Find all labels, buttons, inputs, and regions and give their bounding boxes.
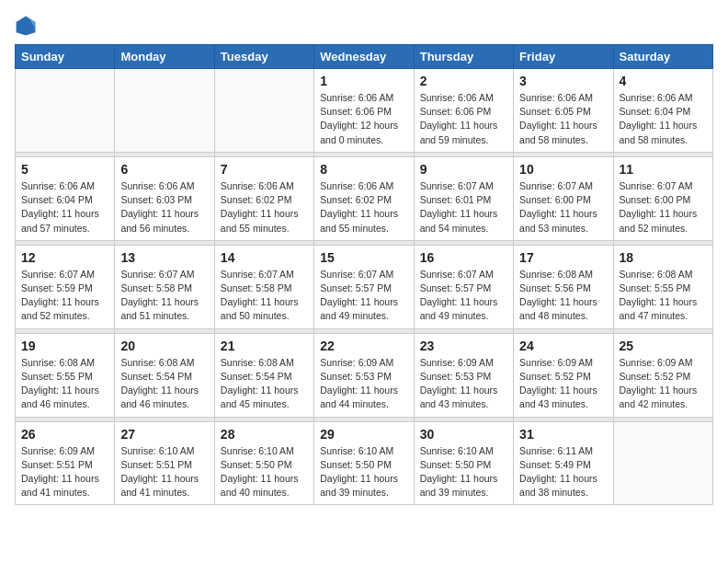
day-number: 22 (320, 339, 407, 353)
day-info: Sunrise: 6:08 AMSunset: 5:54 PMDaylight:… (120, 356, 208, 412)
weekday-header-row: SundayMondayTuesdayWednesdayThursdayFrid… (16, 45, 713, 69)
calendar-cell: 26Sunrise: 6:09 AMSunset: 5:51 PMDayligh… (16, 421, 115, 505)
calendar-cell: 3Sunrise: 6:06 AMSunset: 6:05 PMDaylight… (514, 69, 613, 153)
day-number: 5 (21, 162, 108, 177)
day-info: Sunrise: 6:07 AMSunset: 6:01 PMDaylight:… (420, 179, 507, 236)
day-info: Sunrise: 6:09 AMSunset: 5:53 PMDaylight:… (320, 356, 407, 412)
calendar-cell: 17Sunrise: 6:08 AMSunset: 5:56 PMDayligh… (514, 245, 613, 328)
calendar-cell: 29Sunrise: 6:10 AMSunset: 5:50 PMDayligh… (314, 421, 414, 505)
calendar-cell: 2Sunrise: 6:06 AMSunset: 6:06 PMDaylight… (414, 69, 513, 153)
calendar-cell: 23Sunrise: 6:09 AMSunset: 5:53 PMDayligh… (414, 333, 513, 417)
calendar-cell: 16Sunrise: 6:07 AMSunset: 5:57 PMDayligh… (414, 245, 513, 328)
day-info: Sunrise: 6:06 AMSunset: 6:06 PMDaylight:… (420, 91, 507, 147)
calendar-cell: 12Sunrise: 6:07 AMSunset: 5:59 PMDayligh… (16, 245, 115, 328)
calendar-cell: 27Sunrise: 6:10 AMSunset: 5:51 PMDayligh… (115, 421, 214, 505)
calendar-cell (613, 421, 712, 505)
day-info: Sunrise: 6:07 AMSunset: 5:59 PMDaylight:… (21, 268, 108, 324)
day-info: Sunrise: 6:08 AMSunset: 5:55 PMDaylight:… (620, 268, 707, 324)
day-number: 27 (120, 427, 208, 442)
day-info: Sunrise: 6:08 AMSunset: 5:56 PMDaylight:… (519, 268, 607, 324)
day-number: 31 (519, 427, 607, 442)
calendar-cell: 14Sunrise: 6:07 AMSunset: 5:58 PMDayligh… (214, 245, 313, 328)
day-number: 10 (519, 162, 607, 177)
calendar-cell: 11Sunrise: 6:07 AMSunset: 6:00 PMDayligh… (613, 156, 712, 240)
day-number: 29 (320, 427, 407, 442)
day-info: Sunrise: 6:07 AMSunset: 5:58 PMDaylight:… (221, 268, 308, 324)
day-number: 19 (21, 339, 108, 353)
calendar-cell: 24Sunrise: 6:09 AMSunset: 5:52 PMDayligh… (514, 333, 613, 417)
calendar-cell: 18Sunrise: 6:08 AMSunset: 5:55 PMDayligh… (613, 245, 712, 328)
weekday-header: Sunday (16, 45, 115, 69)
day-info: Sunrise: 6:08 AMSunset: 5:55 PMDaylight:… (21, 356, 108, 412)
calendar-cell: 19Sunrise: 6:08 AMSunset: 5:55 PMDayligh… (16, 333, 115, 417)
day-number: 18 (620, 250, 707, 265)
day-info: Sunrise: 6:08 AMSunset: 5:54 PMDaylight:… (221, 356, 308, 412)
day-number: 3 (519, 74, 607, 88)
day-info: Sunrise: 6:07 AMSunset: 6:00 PMDaylight:… (620, 179, 707, 236)
calendar-cell: 7Sunrise: 6:06 AMSunset: 6:02 PMDaylight… (214, 156, 313, 240)
day-info: Sunrise: 6:09 AMSunset: 5:51 PMDaylight:… (21, 444, 108, 500)
day-info: Sunrise: 6:10 AMSunset: 5:51 PMDaylight:… (120, 444, 208, 500)
day-number: 25 (620, 339, 707, 353)
calendar-cell: 20Sunrise: 6:08 AMSunset: 5:54 PMDayligh… (115, 333, 214, 417)
day-info: Sunrise: 6:09 AMSunset: 5:52 PMDaylight:… (519, 356, 607, 412)
svg-marker-0 (17, 17, 36, 36)
logo-icon (15, 15, 37, 37)
day-number: 8 (320, 162, 407, 177)
day-info: Sunrise: 6:10 AMSunset: 5:50 PMDaylight:… (420, 444, 507, 500)
day-info: Sunrise: 6:10 AMSunset: 5:50 PMDaylight:… (221, 444, 308, 500)
calendar-cell: 1Sunrise: 6:06 AMSunset: 6:06 PMDaylight… (314, 69, 414, 153)
calendar-week-row: 26Sunrise: 6:09 AMSunset: 5:51 PMDayligh… (16, 421, 713, 505)
day-number: 12 (21, 250, 108, 265)
calendar-table: SundayMondayTuesdayWednesdayThursdayFrid… (15, 44, 713, 505)
day-info: Sunrise: 6:06 AMSunset: 6:06 PMDaylight:… (320, 91, 407, 147)
calendar-cell: 28Sunrise: 6:10 AMSunset: 5:50 PMDayligh… (214, 421, 313, 505)
day-info: Sunrise: 6:06 AMSunset: 6:04 PMDaylight:… (21, 179, 108, 236)
calendar-week-row: 1Sunrise: 6:06 AMSunset: 6:06 PMDaylight… (16, 69, 713, 153)
day-number: 13 (120, 250, 208, 265)
day-number: 11 (620, 162, 707, 177)
day-number: 24 (519, 339, 607, 353)
day-number: 21 (221, 339, 308, 353)
day-number: 16 (420, 250, 507, 265)
calendar-week-row: 5Sunrise: 6:06 AMSunset: 6:04 PMDaylight… (16, 156, 713, 240)
calendar-cell: 10Sunrise: 6:07 AMSunset: 6:00 PMDayligh… (514, 156, 613, 240)
day-info: Sunrise: 6:06 AMSunset: 6:04 PMDaylight:… (620, 91, 707, 147)
weekday-header: Thursday (414, 45, 513, 69)
day-number: 30 (420, 427, 507, 442)
calendar-cell: 5Sunrise: 6:06 AMSunset: 6:04 PMDaylight… (16, 156, 115, 240)
calendar-cell: 22Sunrise: 6:09 AMSunset: 5:53 PMDayligh… (314, 333, 414, 417)
day-info: Sunrise: 6:07 AMSunset: 6:00 PMDaylight:… (519, 179, 607, 236)
calendar-cell: 31Sunrise: 6:11 AMSunset: 5:49 PMDayligh… (514, 421, 613, 505)
calendar-cell: 8Sunrise: 6:06 AMSunset: 6:02 PMDaylight… (314, 156, 414, 240)
weekday-header: Saturday (613, 45, 712, 69)
day-number: 6 (120, 162, 208, 177)
calendar-cell: 6Sunrise: 6:06 AMSunset: 6:03 PMDaylight… (115, 156, 214, 240)
page-header (15, 15, 713, 37)
day-number: 2 (420, 74, 507, 88)
calendar-cell: 4Sunrise: 6:06 AMSunset: 6:04 PMDaylight… (613, 69, 712, 153)
day-info: Sunrise: 6:09 AMSunset: 5:52 PMDaylight:… (620, 356, 707, 412)
calendar-week-row: 19Sunrise: 6:08 AMSunset: 5:55 PMDayligh… (16, 333, 713, 417)
day-number: 9 (420, 162, 507, 177)
day-info: Sunrise: 6:07 AMSunset: 5:57 PMDaylight:… (320, 268, 407, 324)
calendar-cell: 30Sunrise: 6:10 AMSunset: 5:50 PMDayligh… (414, 421, 513, 505)
calendar-cell: 9Sunrise: 6:07 AMSunset: 6:01 PMDaylight… (414, 156, 513, 240)
day-number: 23 (420, 339, 507, 353)
day-number: 20 (120, 339, 208, 353)
calendar-cell: 15Sunrise: 6:07 AMSunset: 5:57 PMDayligh… (314, 245, 414, 328)
day-info: Sunrise: 6:07 AMSunset: 5:57 PMDaylight:… (420, 268, 507, 324)
day-info: Sunrise: 6:06 AMSunset: 6:02 PMDaylight:… (221, 179, 308, 236)
weekday-header: Wednesday (314, 45, 414, 69)
day-info: Sunrise: 6:06 AMSunset: 6:02 PMDaylight:… (320, 179, 407, 236)
calendar-cell: 21Sunrise: 6:08 AMSunset: 5:54 PMDayligh… (214, 333, 313, 417)
day-number: 1 (320, 74, 407, 88)
day-info: Sunrise: 6:10 AMSunset: 5:50 PMDaylight:… (320, 444, 407, 500)
weekday-header: Monday (115, 45, 214, 69)
weekday-header: Tuesday (214, 45, 313, 69)
weekday-header: Friday (514, 45, 613, 69)
day-info: Sunrise: 6:06 AMSunset: 6:05 PMDaylight:… (519, 91, 607, 147)
day-number: 17 (519, 250, 607, 265)
day-info: Sunrise: 6:07 AMSunset: 5:58 PMDaylight:… (120, 268, 208, 324)
calendar-cell (214, 69, 313, 153)
